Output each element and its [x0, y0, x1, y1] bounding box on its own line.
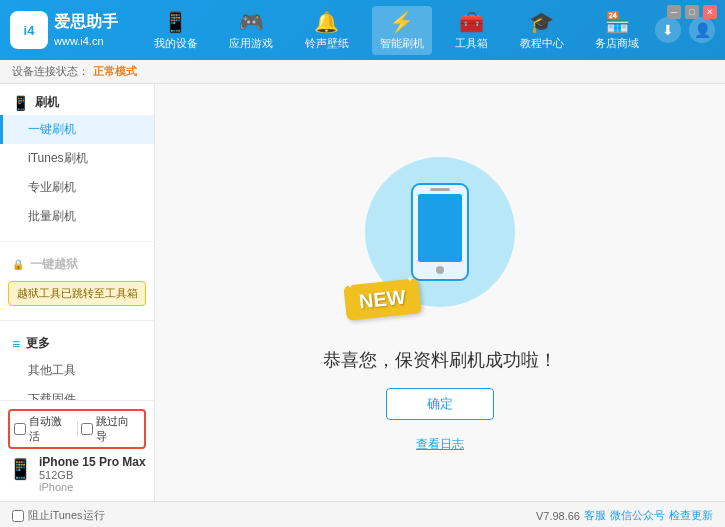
nav-toolbox[interactable]: 🧰 工具箱 [447, 6, 496, 55]
divider-1 [0, 241, 154, 242]
device-storage: 512GB [39, 469, 146, 481]
flash-group-icon: 📱 [12, 95, 29, 111]
logo-icon: i4 [10, 11, 48, 49]
nav-apps-games[interactable]: 🎮 应用游戏 [221, 6, 281, 55]
store-icon: 🏪 [605, 10, 630, 34]
new-text: NEW [358, 286, 407, 313]
itunes-bar: 阻止iTunes运行 V7.98.66 客服 微信公众号 检查更新 [0, 501, 725, 527]
nav-smart-flash[interactable]: ⚡ 智能刷机 [372, 6, 432, 55]
ringtones-label: 铃声壁纸 [305, 36, 349, 51]
tutorials-icon: 🎓 [529, 10, 554, 34]
more-group-header: ≡ 更多 [0, 331, 154, 356]
download-button[interactable]: ⬇ [655, 17, 681, 43]
sidebar: 📱 刷机 一键刷机 iTunes刷机 专业刷机 批量刷机 [0, 84, 155, 501]
logo-text: 爱思助手 www.i4.cn [54, 11, 118, 49]
flash-group-header: 📱 刷机 [0, 90, 154, 115]
minimize-button[interactable]: ─ [667, 5, 681, 19]
nav-ringtones[interactable]: 🔔 铃声壁纸 [297, 6, 357, 55]
auto-guide-label: 跳过向导 [96, 414, 140, 444]
divider-2 [0, 320, 154, 321]
close-button[interactable]: ✕ [703, 5, 717, 19]
toolbox-icon: 🧰 [459, 10, 484, 34]
jailbreak-notice: 越狱工具已跳转至工具箱 [8, 281, 146, 306]
sidebar-section-flash: 📱 刷机 一键刷机 iTunes刷机 专业刷机 批量刷机 [0, 84, 154, 237]
breadcrumb-status-label: 设备连接状态： [12, 64, 89, 79]
new-badge: NEW ✦ ✦ [343, 278, 421, 321]
jailbreak-group-header: 🔒 一键越狱 [0, 252, 154, 277]
check-log-link[interactable]: 查看日志 [416, 436, 464, 453]
more-group-title: 更多 [26, 335, 50, 352]
device-name: iPhone 15 Pro Max [39, 455, 146, 469]
auto-activate-checkbox[interactable]: 自动激活 [14, 414, 73, 444]
maximize-button[interactable]: □ [685, 5, 699, 19]
store-label: 务店商域 [595, 36, 639, 51]
user-button[interactable]: 👤 [689, 17, 715, 43]
lock-icon: 🔒 [12, 259, 24, 270]
jailbreak-group-title: 一键越狱 [30, 256, 78, 273]
header-right: ⬇ 👤 [655, 17, 715, 43]
ringtones-icon: 🔔 [314, 10, 339, 34]
itunes-checkbox[interactable] [12, 510, 24, 522]
success-container: ✦ ✦ ✦ [323, 132, 557, 453]
logo: i4 爱思助手 www.i4.cn [10, 11, 118, 49]
breadcrumb-status-value: 正常模式 [93, 64, 137, 79]
sidebar-content: 📱 刷机 一键刷机 iTunes刷机 专业刷机 批量刷机 [0, 84, 154, 400]
sidebar-section-more: ≡ 更多 其他工具 下载固件 高级功能 [0, 325, 154, 400]
star-right: ✦ [406, 275, 414, 285]
sidebar-item-itunes-flash[interactable]: iTunes刷机 [0, 144, 154, 173]
tutorials-label: 教程中心 [520, 36, 564, 51]
smart-flash-icon: ⚡ [389, 10, 414, 34]
footer-item-2[interactable]: 检查更新 [669, 508, 713, 523]
device-type: iPhone [39, 481, 146, 493]
auto-activate-input[interactable] [14, 423, 26, 435]
sidebar-item-one-key-flash[interactable]: 一键刷机 [0, 115, 154, 144]
device-phone-icon: 📱 [8, 457, 33, 481]
auto-guide-checkbox[interactable]: 跳过向导 [81, 414, 140, 444]
sidebar-item-pro-flash[interactable]: 专业刷机 [0, 173, 154, 202]
phone-svg [410, 182, 470, 282]
sidebar-item-download-firmware[interactable]: 下载固件 [0, 385, 154, 400]
footer-item-1[interactable]: 微信公众号 [610, 508, 665, 523]
smart-flash-label: 智能刷机 [380, 36, 424, 51]
phone-illustration: ✦ ✦ ✦ [350, 132, 530, 332]
header: i4 爱思助手 www.i4.cn 📱 我的设备 🎮 应用游戏 🔔 铃声壁纸 ⚡ [0, 0, 725, 60]
sidebar-item-other-tools[interactable]: 其他工具 [0, 356, 154, 385]
more-group-icon: ≡ [12, 336, 20, 352]
itunes-label: 阻止iTunes运行 [28, 508, 105, 523]
window-controls: ─ □ ✕ [667, 5, 717, 19]
flash-group-title: 刷机 [35, 94, 59, 111]
svg-rect-3 [430, 188, 450, 191]
breadcrumb: 设备连接状态： 正常模式 [0, 60, 725, 84]
app-name: 爱思助手 [54, 11, 118, 33]
my-device-label: 我的设备 [154, 36, 198, 51]
svg-rect-1 [418, 194, 462, 262]
toolbox-label: 工具箱 [455, 36, 488, 51]
star-left: ✦ [345, 279, 354, 291]
device-details: iPhone 15 Pro Max 512GB iPhone [39, 455, 146, 493]
success-message: 恭喜您，保资料刷机成功啦！ [323, 348, 557, 372]
nav-tutorials[interactable]: 🎓 教程中心 [512, 6, 572, 55]
options-divider [77, 421, 78, 437]
device-info: 📱 iPhone 15 Pro Max 512GB iPhone [8, 455, 146, 493]
my-device-icon: 📱 [163, 10, 188, 34]
confirm-button[interactable]: 确定 [386, 388, 494, 420]
auto-activate-label: 自动激活 [29, 414, 73, 444]
app-url: www.i4.cn [54, 34, 118, 49]
sidebar-bottom: 自动激活 跳过向导 📱 iPhone 15 Pro Max 512GB iPho… [0, 400, 154, 501]
auto-options: 自动激活 跳过向导 [8, 409, 146, 449]
apps-games-label: 应用游戏 [229, 36, 273, 51]
footer-item-0[interactable]: 客服 [584, 508, 606, 523]
svg-point-2 [436, 266, 444, 274]
nav-my-device[interactable]: 📱 我的设备 [146, 6, 206, 55]
apps-games-icon: 🎮 [239, 10, 264, 34]
nav-store[interactable]: 🏪 务店商域 [587, 6, 647, 55]
auto-guide-input[interactable] [81, 423, 93, 435]
main-layout: 📱 刷机 一键刷机 iTunes刷机 专业刷机 批量刷机 [0, 84, 725, 501]
sidebar-item-batch-flash[interactable]: 批量刷机 [0, 202, 154, 231]
content-area: ✦ ✦ ✦ [155, 84, 725, 501]
sidebar-section-jailbreak: 🔒 一键越狱 越狱工具已跳转至工具箱 [0, 246, 154, 316]
footer-version: V7.98.66 [536, 510, 580, 522]
navigation: 📱 我的设备 🎮 应用游戏 🔔 铃声壁纸 ⚡ 智能刷机 🧰 工具箱 🎓 教 [138, 6, 655, 55]
